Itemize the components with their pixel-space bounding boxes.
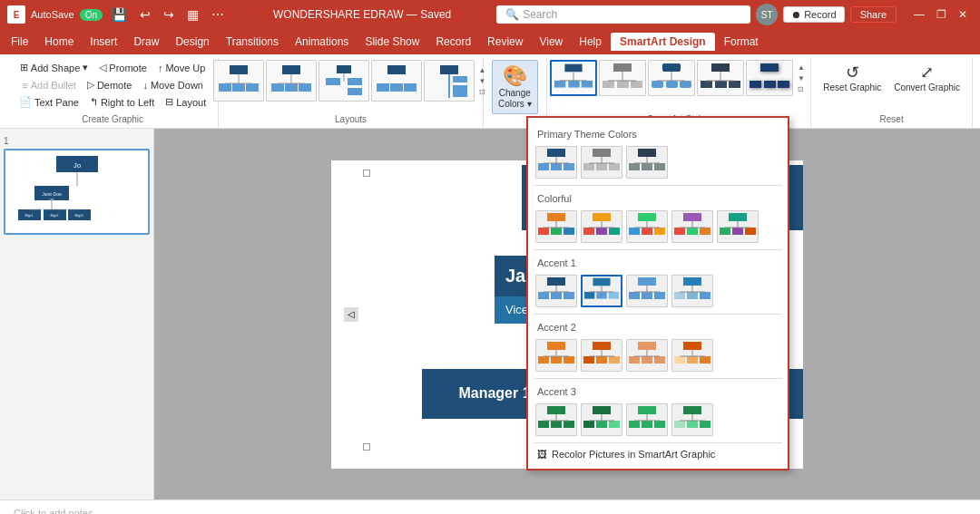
- primary-color-3[interactable]: [626, 146, 668, 179]
- layout-thumb-2[interactable]: [266, 60, 317, 102]
- tab-smartart-design[interactable]: SmartArt Design: [611, 33, 715, 51]
- redo-icon[interactable]: ↪: [160, 5, 178, 24]
- smartart-style-1[interactable]: [550, 60, 597, 96]
- minimize-button[interactable]: —: [909, 5, 929, 24]
- menu-view[interactable]: View: [532, 33, 570, 51]
- svg-rect-156: [593, 406, 611, 414]
- accent1-2[interactable]: [581, 275, 622, 307]
- smartart-scroll-controls: ▲ ▼ ⊡: [795, 63, 808, 94]
- svg-rect-85: [629, 228, 640, 235]
- accent1-1[interactable]: [535, 275, 577, 307]
- accent1-3[interactable]: [626, 275, 668, 307]
- present-icon[interactable]: ▦: [183, 5, 202, 24]
- selection-handle-bl[interactable]: [363, 443, 370, 451]
- close-button[interactable]: ✕: [953, 5, 973, 24]
- app-logo: E: [7, 5, 25, 24]
- layout-thumb-5[interactable]: [424, 60, 475, 102]
- layout-thumb-1[interactable]: [213, 60, 264, 102]
- share-button[interactable]: Share: [850, 6, 897, 23]
- record-button[interactable]: ⏺ Record: [783, 6, 844, 23]
- add-bullet-button[interactable]: ≡ Add Bullet: [17, 77, 81, 92]
- primary-color-2[interactable]: [581, 146, 622, 179]
- menu-draw[interactable]: Draw: [126, 33, 166, 51]
- reset-graphic-button[interactable]: ↺ Reset Graphic: [818, 60, 886, 95]
- svg-rect-133: [583, 356, 594, 364]
- colorful-2[interactable]: [581, 210, 622, 243]
- svg-rect-15: [326, 78, 340, 85]
- svg-rect-35: [631, 81, 642, 88]
- text-pane-button[interactable]: 📄 Text Pane: [15, 94, 83, 110]
- svg-rect-139: [629, 356, 640, 364]
- accent3-1[interactable]: [535, 403, 577, 436]
- accent3-4[interactable]: [671, 403, 713, 436]
- autosave-toggle[interactable]: On: [80, 9, 103, 21]
- menu-review[interactable]: Review: [480, 33, 530, 51]
- smartart-scroll-up[interactable]: ▲: [795, 63, 808, 73]
- menu-insert[interactable]: Insert: [83, 33, 124, 51]
- selection-handle-tl[interactable]: [363, 170, 370, 177]
- add-shape-dropdown-icon[interactable]: ▾: [83, 62, 88, 73]
- reset-graphic-icon: ↺: [846, 63, 859, 82]
- accent2-1[interactable]: [535, 339, 577, 372]
- smartart-style-3[interactable]: [648, 60, 695, 96]
- add-shape-button[interactable]: ⊞ Add Shape ▾: [15, 60, 93, 75]
- promote-button[interactable]: ◁ Promote: [94, 60, 152, 75]
- menu-help[interactable]: Help: [572, 33, 609, 51]
- more-icon[interactable]: ⋯: [208, 5, 228, 24]
- menu-record[interactable]: Record: [428, 33, 478, 51]
- menu-slideshow[interactable]: Slide Show: [358, 33, 426, 51]
- svg-rect-150: [547, 406, 565, 414]
- recolor-footer[interactable]: 🖼 Recolor Pictures in SmartArt Graphic: [534, 442, 782, 461]
- accent3-3[interactable]: [626, 403, 668, 436]
- svg-rect-91: [674, 228, 685, 235]
- smartart-style-4[interactable]: [697, 60, 744, 96]
- menu-home[interactable]: Home: [37, 33, 81, 51]
- menu-file[interactable]: File: [4, 33, 35, 51]
- colorful-5[interactable]: [717, 210, 759, 243]
- layout-thumb-4[interactable]: [371, 60, 422, 102]
- colorful-3[interactable]: [626, 210, 668, 243]
- svg-rect-69: [654, 163, 665, 170]
- svg-rect-8: [285, 83, 298, 92]
- change-colors-button[interactable]: 🎨 ChangeColors ▾: [492, 60, 538, 114]
- accent1-4[interactable]: [671, 275, 713, 307]
- accent2-2[interactable]: [581, 339, 622, 372]
- smartart-style-2[interactable]: [599, 60, 646, 96]
- demote-button[interactable]: ▷ Demote: [83, 77, 137, 92]
- notes-bar[interactable]: Click to add notes: [0, 499, 980, 514]
- restore-button[interactable]: ❐: [931, 5, 951, 24]
- smartart-expand[interactable]: ⊡: [795, 84, 808, 94]
- menu-transitions[interactable]: Transitions: [219, 33, 286, 51]
- svg-rect-57: [564, 163, 574, 170]
- right-to-left-button[interactable]: ↰ Right to Left: [85, 94, 159, 110]
- user-avatar[interactable]: ST: [756, 4, 778, 25]
- svg-rect-165: [654, 421, 665, 428]
- accent2-4[interactable]: [671, 339, 713, 372]
- tab-format[interactable]: Format: [717, 33, 766, 51]
- colorful-1[interactable]: [535, 210, 577, 243]
- menu-animations[interactable]: Animations: [288, 33, 356, 51]
- primary-color-1[interactable]: [535, 146, 577, 179]
- layout-button[interactable]: ⊟ Layout: [161, 94, 211, 110]
- smartart-scroll-down[interactable]: ▼: [795, 73, 808, 83]
- slide-thumbnail[interactable]: Jo Jane Doe VP Mgr1 Mgr2 Mgr3: [4, 149, 150, 235]
- ribbon-row-bottom: 📄 Text Pane ↰ Right to Left ⊟ Layout: [15, 94, 211, 110]
- svg-rect-114: [638, 277, 656, 286]
- menu-design[interactable]: Design: [168, 33, 216, 51]
- undo-icon[interactable]: ↩: [136, 5, 154, 24]
- add-bullet-icon: ≡: [22, 80, 27, 91]
- move-down-button[interactable]: ↓ Move Down: [138, 77, 208, 92]
- svg-rect-45: [701, 81, 712, 88]
- convert-graphic-button[interactable]: ⤢ Convert Graphic: [889, 60, 965, 95]
- slide-prev-button[interactable]: ◁: [344, 307, 358, 322]
- smartart-style-5[interactable]: [746, 60, 793, 96]
- move-up-button[interactable]: ↑ Move Up: [153, 60, 211, 75]
- save-icon[interactable]: 💾: [108, 5, 131, 24]
- autosave-label: AutoSave: [31, 9, 74, 20]
- layout-thumb-3[interactable]: [318, 60, 369, 102]
- svg-rect-68: [642, 163, 652, 170]
- accent3-2[interactable]: [581, 403, 622, 436]
- accent2-3[interactable]: [626, 339, 668, 372]
- search-box[interactable]: 🔍 Search: [496, 5, 750, 24]
- colorful-4[interactable]: [671, 210, 713, 243]
